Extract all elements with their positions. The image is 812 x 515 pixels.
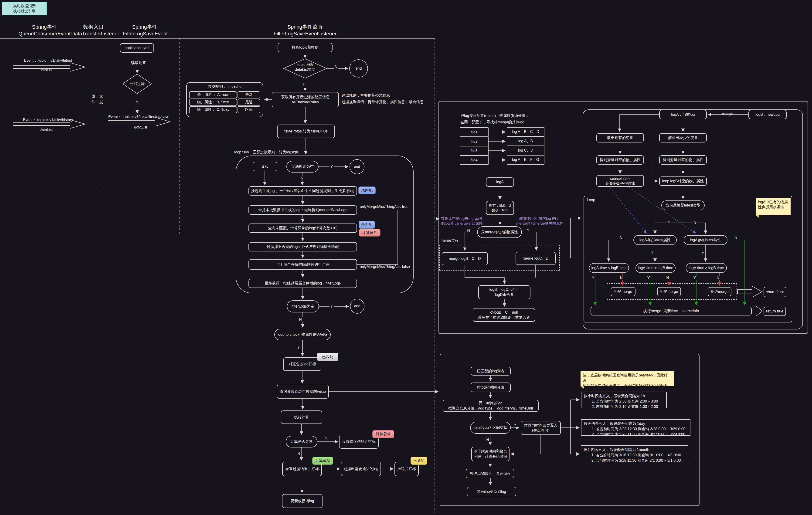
- merge-cd-node: merge logC、D: [516, 252, 556, 265]
- query-unmatched-node: 查询未匹配、计算异常的log(计算次数≤10): [249, 223, 357, 233]
- branch-label-y: Y: [650, 250, 655, 254]
- branch-label-n: N: [693, 221, 697, 225]
- hour-rounding-note: 按小时四舍五入，假设聚合间隔为 1h 1. 若当前时间为 2:30 则查询 2:…: [581, 392, 667, 408]
- merge-group-title-1: 把log按照配置(ruleId)、物属性(fild)分组；: [460, 113, 529, 118]
- branch-label-n: N: [296, 452, 301, 456]
- end-node: end: [350, 299, 365, 313]
- loga-note-sticky: logA中已有的物属性也适用该逻辑: [756, 198, 790, 215]
- reject-merge-node: 拒绝merge: [657, 287, 681, 296]
- cache-rule-tag: 区间: [237, 106, 260, 113]
- calc-error-badge: 计算异常: [372, 430, 394, 438]
- merge-bcd-node: merge logB、C、D: [442, 252, 488, 265]
- group-by-agg-node: 同一时间的log按聚合信息分组：aggType、 aggInterval、tim…: [443, 400, 539, 412]
- datalist-label: dataList: [134, 125, 147, 129]
- datatype-range-decision: dataType为区间类型: [470, 422, 511, 434]
- branch-label-n: N: [619, 236, 624, 240]
- unmatched-badge: 未匹配: [358, 186, 376, 194]
- day-rounding-note: 按天四舍五入，假设聚合间隔为 1day 1. 若当前时间为 3/28 12:30…: [581, 419, 691, 436]
- branch-label-y: Y: [526, 229, 530, 233]
- loga-have-miss-node: 现有：fild1、2缺少：fild3: [486, 201, 514, 215]
- branch-label-n: N: [665, 276, 670, 280]
- unmatched-badge: 未匹配: [358, 221, 375, 229]
- tskv-node: tskv: [253, 162, 277, 171]
- collect-attr-query-tskv-node: 整理出物属性，查询tskv: [466, 469, 514, 478]
- calc-start-time-node: 基于结束时间和聚合间隔，计算开始时间: [471, 447, 510, 461]
- fild-key-cell: fild4: [460, 155, 489, 165]
- is-latest-type-decision: 当前属性是latest类型: [661, 201, 705, 210]
- only-merge-missing-decision: 只merge缺少的物属性: [477, 226, 522, 238]
- get-thing-attr-node-left: 得到变量对应的物、属性: [597, 155, 644, 164]
- fild-logs-cell: log A、B、C、D: [507, 127, 545, 137]
- merge-batch-node: 合并本批数据中生成的log：最终得到mergedNewLogs: [249, 205, 357, 215]
- branch-label-y: Y: [701, 251, 705, 255]
- get-existing-vars-node: 取出现有的变量: [597, 133, 644, 143]
- notified-badge: 已通知: [410, 457, 427, 465]
- branch-label-n: N: [466, 229, 471, 233]
- branch-label-n: N: [298, 317, 303, 322]
- matched-log-list-node: 已匹配的log列表: [471, 367, 511, 375]
- loop-check-complete-decision: loop to check: 物属性是否完备: [274, 329, 331, 340]
- rules-empty-decision: 过滤规则为空: [286, 161, 319, 173]
- loop-tskv-label: loop tskv：匹配过滤规则，转为log对象: [234, 150, 299, 155]
- only-merge-true-label: onlyMergeMissThingAttr: true: [360, 205, 408, 209]
- branch-label-y: Y: [329, 164, 334, 169]
- lane-header-event-listener: Spring事件监听FilterLogSaveEventListener: [270, 24, 341, 37]
- filter-invalid-node: 过滤掉不合规的log：公式与规则详情不匹配: [249, 242, 357, 251]
- branch-label-n: N: [619, 276, 624, 280]
- fild-logs-cell: log C、D: [507, 146, 545, 155]
- fild-logs-cell: log A、E、F、G: [507, 155, 545, 164]
- branch-label-y: Y: [667, 221, 671, 225]
- lane-header-filter-log-save-event: Spring事件FilterLogSaveEvent: [123, 24, 166, 37]
- execute-calc-node: 执行计算: [281, 411, 322, 424]
- end-node: end: [350, 159, 365, 174]
- reject-merge-node: 拒绝merge: [708, 287, 731, 296]
- fild-key-cell: fild1: [460, 127, 489, 137]
- flowchart-canvas: 实时数据消费 执行过滤引擎 Spring事件QueueConsumerEvent…: [0, 0, 812, 515]
- time-lte-decision: logA.time ≤ logB.time: [589, 263, 629, 273]
- reject-merge-node: 拒绝merge: [611, 287, 636, 296]
- branch-label-y: Y: [693, 276, 697, 280]
- filterlogs-empty-decision: filterLogs为空: [287, 300, 319, 312]
- fild-key-cell: fild3: [460, 146, 489, 155]
- cache-rule-tag: 最近: [237, 99, 260, 106]
- cache-rules-title: 过滤规则： in cache: [188, 84, 261, 89]
- generate-log-node: 按规则生成log， 一个tskv可以命中不同过滤规则，生成多条log: [249, 186, 357, 195]
- loop-container-label: Loop: [587, 198, 595, 202]
- branch-label-n: N: [485, 438, 490, 442]
- continue-merge-node: 与上面合并后的log继续进行合并: [249, 259, 357, 270]
- loop-logb-attr-node: loop logB对应的物、属性: [659, 177, 707, 186]
- month-rounding-note: 按月四舍五入，假设聚合间隔为 1month 1. 若当前时间为 3/16 12:…: [581, 445, 688, 462]
- filter-on-diamond-label: 开启过滤: [123, 82, 151, 86]
- convert-dtos-node: tskvProtos 转为 tskvDTOs: [277, 125, 335, 138]
- calc-error-decision: 计算是否异常: [286, 436, 317, 448]
- set-null-node: 令logB、C = null避免在当前过滤规则下重复合并: [473, 308, 535, 322]
- event-latest-label: Event： topic = v1/tskv/latest: [24, 58, 72, 63]
- cache-rule-tag: 最新: [237, 91, 260, 98]
- title-badge: 实时数据消费 执行过滤引擎: [2, 2, 47, 16]
- cache-rule-key: 物、属性： B, 5min: [189, 99, 237, 106]
- loga-node: logA: [486, 177, 514, 187]
- read-config-label: 读取配置: [131, 61, 146, 65]
- lane-header-queue-consumer: Spring事件QueueConsumerEvent: [14, 24, 75, 37]
- filter-notify-logs-node: 过滤出需要通知的log: [341, 462, 381, 476]
- branch-label-n: N: [733, 236, 738, 240]
- datalist-label: dataList: [39, 68, 53, 72]
- lane-header-data-transfer: 数据入口DataTransferListener: [71, 24, 116, 37]
- time-gte-decision: logA.time ≥ logB.time: [686, 263, 727, 273]
- branch-label-n: N: [300, 176, 304, 180]
- mark-complete-log-node: 对完备的log打标: [283, 357, 321, 371]
- rule-annotation-2: 过滤规则详情：携带计算物、属性信息；聚合信息: [342, 100, 424, 104]
- rule-annotation-1: 过滤规则：主要携带公式信息: [342, 93, 390, 98]
- merge-group-title-2: 在同一配置下，寻找待merge的其他log: [460, 120, 524, 125]
- branch-label-n: N: [716, 276, 720, 280]
- return-true-node: return true: [763, 307, 786, 316]
- db-merge-annotation: 数据库中的log去merge其他log时，merge全部属性: [441, 216, 483, 226]
- update-value-node: 将value更新到log: [467, 487, 516, 496]
- connector-layer: [0, 0, 812, 515]
- branch-label-y: Y: [591, 276, 596, 280]
- branch-label-n: N: [334, 65, 338, 69]
- final-filterlogs-node: 最终获得一批经过层层合并后的log：filterLogs: [249, 279, 357, 288]
- fild-logs-cell: log A、B: [507, 137, 545, 146]
- branch-label-y: Y: [324, 437, 328, 441]
- cache-rule-key: 物、属性： A, now: [189, 91, 237, 98]
